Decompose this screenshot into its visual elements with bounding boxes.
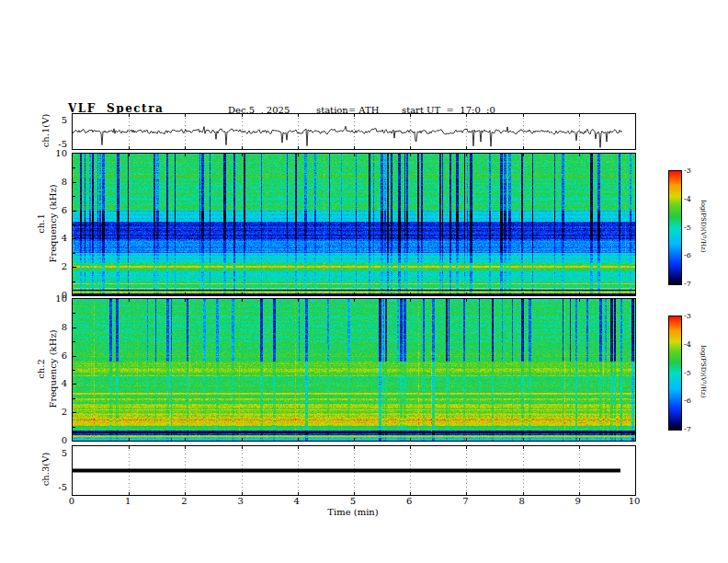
voltage-tick-label: -5 [47, 482, 67, 492]
x-tick-label: 9 [575, 496, 581, 506]
x-tick-label: 3 [237, 496, 243, 506]
ch1-spectrogram-panel [72, 153, 636, 296]
ch1-waveform-canvas [73, 114, 635, 149]
ch3-waveform-canvas [73, 446, 635, 495]
ch1-spec-frequency-axis-label: Frequency (kHz) [48, 184, 58, 262]
ch2-spectrogram-panel [72, 298, 636, 442]
ch3-waveform-panel [72, 445, 636, 496]
frequency-tick-label: 10 [47, 293, 67, 304]
time-axis-label: Time (min) [327, 507, 378, 517]
frequency-tick-label: 6 [47, 204, 67, 214]
x-tick-label: 8 [518, 496, 524, 506]
colorbar-ch1 [668, 170, 682, 285]
colorbar-tick-label: -7 [684, 280, 691, 288]
colorbar-tick-label: -7 [684, 425, 691, 433]
frequency-tick-label: 8 [47, 176, 67, 186]
colorbar-tick-label: -3 [684, 312, 691, 320]
frequency-tick-label: 2 [47, 261, 67, 271]
vlf-spectra-figure: VLF Spectra Dec.5 , 2025 station= ATH st… [0, 0, 728, 563]
colorbar-tick-label: -4 [684, 339, 691, 348]
x-tick-label: 6 [406, 496, 412, 506]
ch1-spec-channel-label: ch.1 [36, 213, 46, 234]
x-tick-label: 1 [125, 496, 131, 506]
frequency-tick-label: 4 [47, 378, 67, 388]
colorbar-tick-label: -5 [684, 223, 691, 231]
x-tick-label: 7 [462, 496, 468, 506]
voltage-tick-label: 5 [47, 115, 67, 125]
colorbar-tick-label: -4 [684, 194, 691, 202]
colorbar-ch2 [668, 316, 682, 431]
frequency-tick-label: 6 [47, 350, 67, 360]
x-tick-label: 0 [69, 496, 74, 506]
x-tick-label: 5 [350, 496, 356, 506]
colorbar-tick-label: -5 [684, 368, 691, 376]
ch2-spec-channel-label: ch.2 [36, 359, 46, 379]
voltage-tick-label: -5 [47, 139, 67, 149]
colorbar-ch2-label: log(PSD)(V²/Hz) [700, 346, 707, 398]
colorbar-ch2-canvas [669, 316, 681, 430]
frequency-tick-label: 0 [47, 435, 67, 445]
x-tick-label: 2 [181, 496, 187, 506]
x-tick-label: 4 [294, 496, 300, 506]
frequency-tick-label: 4 [47, 233, 67, 243]
colorbar-ch1-label: log(PSD)(V²/Hz) [700, 201, 707, 253]
frequency-tick-label: 10 [47, 148, 67, 158]
frequency-tick-label: 2 [47, 407, 67, 417]
x-tick-label: 10 [629, 496, 641, 506]
colorbar-tick-label: -6 [684, 251, 691, 259]
colorbar-ch1-canvas [669, 171, 681, 284]
ch1-waveform-panel [72, 113, 636, 150]
colorbar-tick-label: -3 [684, 167, 691, 175]
ch1-spectrogram-canvas [73, 154, 635, 295]
ch2-spec-frequency-axis-label: Frequency (kHz) [48, 329, 58, 408]
ch2-spectrogram-canvas [73, 299, 635, 441]
colorbar-tick-label: -6 [684, 396, 691, 405]
voltage-tick-label: 5 [47, 448, 67, 458]
frequency-tick-label: 8 [47, 321, 67, 331]
